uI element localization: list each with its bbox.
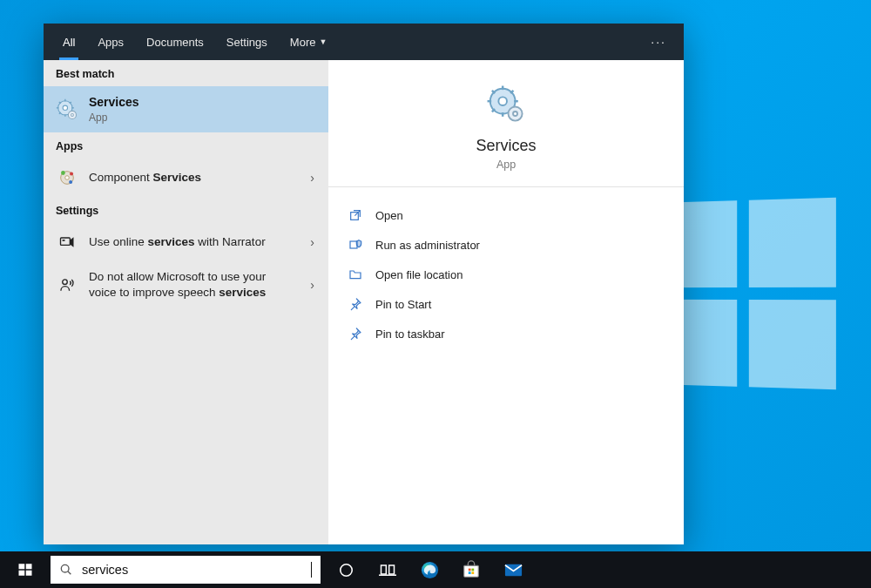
- svg-point-40: [340, 564, 351, 575]
- narrator-icon: [56, 231, 78, 253]
- tab-apps[interactable]: Apps: [87, 24, 134, 60]
- component-services-icon: [56, 166, 78, 189]
- cortana-button[interactable]: [326, 551, 366, 588]
- svg-rect-41: [381, 565, 387, 574]
- search-input[interactable]: [82, 563, 302, 577]
- svg-point-1: [63, 105, 67, 110]
- svg-point-38: [61, 564, 69, 572]
- action-label: Open: [375, 209, 403, 222]
- result-speech-services[interactable]: Do not allow Microsoft to use your voice…: [44, 261, 328, 308]
- svg-rect-17: [61, 238, 71, 245]
- action-label: Pin to taskbar: [375, 328, 445, 341]
- chevron-right-icon: ›: [308, 278, 316, 292]
- pin-icon: [348, 326, 363, 341]
- result-subtitle: App: [89, 111, 316, 125]
- search-filter-tabs: All Apps Documents Settings More▼ ···: [44, 24, 684, 60]
- svg-point-31: [513, 112, 517, 116]
- section-best-match: Best match: [44, 60, 328, 86]
- svg-point-19: [63, 280, 68, 285]
- svg-point-15: [70, 172, 73, 175]
- tab-more[interactable]: More▼: [280, 24, 338, 60]
- chevron-right-icon: ›: [308, 171, 316, 185]
- svg-point-16: [69, 180, 72, 184]
- taskbar: [0, 551, 871, 588]
- tab-all[interactable]: All: [52, 24, 85, 60]
- section-settings: Settings: [44, 197, 328, 223]
- admin-shield-icon: [348, 237, 363, 253]
- text-caret: [311, 562, 312, 578]
- folder-location-icon: [348, 267, 363, 282]
- svg-point-21: [498, 97, 507, 105]
- result-title: Use online services with Narrator: [89, 234, 298, 250]
- search-panel: All Apps Documents Settings More▼ ··· Be…: [44, 24, 684, 544]
- action-pin-to-start[interactable]: Pin to Start: [341, 290, 672, 318]
- svg-rect-48: [471, 569, 474, 571]
- result-detail-pane: Services App Open Run as administrator: [328, 60, 684, 544]
- svg-rect-35: [26, 564, 32, 569]
- result-title: Do not allow Microsoft to use your voice…: [89, 269, 289, 301]
- action-label: Open file location: [375, 268, 463, 281]
- tab-settings[interactable]: Settings: [216, 24, 278, 60]
- action-open-file-location[interactable]: Open file location: [341, 260, 672, 288]
- services-gear-icon: [486, 84, 526, 125]
- detail-subtitle: App: [496, 159, 516, 171]
- svg-rect-34: [19, 564, 25, 569]
- svg-line-39: [68, 571, 71, 574]
- svg-rect-36: [19, 571, 25, 576]
- taskbar-app-mail[interactable]: [493, 551, 533, 588]
- chevron-right-icon: ›: [308, 235, 316, 249]
- open-icon: [348, 207, 363, 223]
- detail-actions: Open Run as administrator Open file loca…: [328, 187, 684, 362]
- svg-rect-51: [504, 564, 521, 575]
- svg-rect-45: [464, 565, 479, 577]
- task-view-button[interactable]: [368, 551, 408, 588]
- svg-rect-47: [469, 569, 471, 571]
- svg-point-11: [71, 113, 74, 116]
- chevron-down-icon: ▼: [319, 37, 327, 46]
- svg-rect-18: [63, 240, 65, 241]
- taskbar-app-edge[interactable]: [409, 551, 449, 588]
- pin-icon: [348, 296, 363, 312]
- result-services-app[interactable]: Services App: [44, 86, 328, 132]
- svg-point-13: [65, 176, 70, 180]
- taskbar-search-box[interactable]: [51, 556, 321, 584]
- detail-header: Services App: [328, 60, 684, 187]
- action-label: Pin to Start: [375, 298, 431, 311]
- svg-rect-50: [471, 571, 474, 574]
- action-pin-to-taskbar[interactable]: Pin to taskbar: [341, 320, 672, 348]
- result-title: Component Services: [89, 170, 298, 186]
- search-icon: [59, 563, 73, 577]
- detail-title: Services: [476, 137, 536, 155]
- section-apps: Apps: [44, 132, 328, 159]
- action-open[interactable]: Open: [341, 201, 672, 229]
- results-list: Best match Services App Apps: [44, 60, 328, 544]
- panel-options-button[interactable]: ···: [642, 35, 675, 49]
- speech-privacy-icon: [56, 274, 78, 296]
- svg-rect-42: [389, 565, 395, 574]
- svg-rect-37: [26, 571, 32, 576]
- services-gear-icon: [56, 98, 78, 121]
- svg-point-14: [61, 171, 65, 175]
- action-run-as-admin[interactable]: Run as administrator: [341, 231, 672, 259]
- result-title: Services: [89, 95, 139, 109]
- tab-documents[interactable]: Documents: [136, 24, 214, 60]
- start-button[interactable]: [5, 551, 45, 588]
- result-narrator-services[interactable]: Use online services with Narrator ›: [44, 223, 328, 261]
- taskbar-app-store[interactable]: [451, 551, 491, 588]
- svg-rect-49: [469, 571, 471, 574]
- result-component-services[interactable]: Component Services ›: [44, 159, 328, 197]
- action-label: Run as administrator: [375, 239, 480, 252]
